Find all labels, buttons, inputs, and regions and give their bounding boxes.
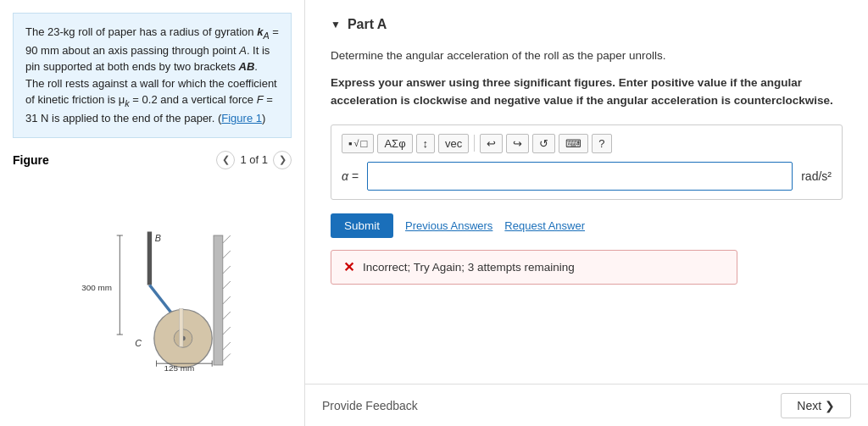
toolbar-keyboard-button[interactable]: ⌨ — [559, 134, 588, 153]
svg-line-7 — [222, 327, 230, 335]
toolbar: ▪√□ AΣφ ↕ vec ↩ ↪ ↺ ⌨ ? — [342, 134, 832, 153]
bottom-bar: Provide Feedback Next ❯ — [305, 384, 868, 426]
error-text: Incorrect; Try Again; 3 attempts remaini… — [363, 261, 575, 274]
toolbar-updown-button[interactable]: ↕ — [416, 134, 436, 153]
unit-label: rad/s² — [801, 169, 832, 183]
toolbar-help-button[interactable]: ? — [592, 134, 611, 153]
next-label: Next ❯ — [797, 399, 835, 412]
figure-count: 1 of 1 — [240, 153, 268, 166]
figure-section: Figure ❮ 1 of 1 ❯ — [0, 151, 304, 426]
svg-line-6 — [222, 312, 230, 319]
svg-text:B: B — [154, 234, 160, 244]
previous-answers-button[interactable]: Previous Answers — [405, 219, 492, 232]
toolbar-redo-button[interactable]: ↪ — [506, 134, 529, 153]
input-row: α = rad/s² — [342, 162, 832, 191]
toolbar-refresh-button[interactable]: ↺ — [532, 134, 555, 153]
next-figure-button[interactable]: ❯ — [273, 151, 292, 169]
svg-text:125 mm: 125 mm — [164, 364, 194, 373]
svg-line-3 — [222, 266, 230, 274]
svg-text:300 mm: 300 mm — [81, 283, 112, 292]
toolbar-vec-button[interactable]: vec — [438, 134, 469, 153]
svg-line-1 — [222, 235, 230, 243]
request-answer-button[interactable]: Request Answer — [504, 219, 585, 232]
part-header: ▼ Part A — [331, 17, 843, 32]
toolbar-matrix-button[interactable]: ▪√□ — [342, 134, 374, 153]
left-panel: The 23-kg roll of paper has a radius of … — [0, 0, 305, 426]
answer-box: ▪√□ AΣφ ↕ vec ↩ ↪ ↺ ⌨ ? α = rad/s² — [331, 124, 843, 200]
part-arrow-icon: ▼ — [331, 19, 341, 30]
next-button[interactable]: Next ❯ — [781, 393, 851, 418]
submit-button[interactable]: Submit — [331, 213, 393, 238]
svg-line-9 — [222, 354, 230, 362]
problem-text: The 23-kg roll of paper has a radius of … — [13, 13, 292, 138]
svg-line-5 — [222, 296, 230, 304]
answer-input[interactable] — [367, 162, 793, 191]
part-instruction: Express your answer using three signific… — [331, 75, 843, 109]
figure-title: Figure — [13, 153, 49, 167]
toolbar-undo-button[interactable]: ↩ — [480, 134, 503, 153]
svg-rect-25 — [179, 309, 183, 347]
svg-line-2 — [222, 251, 230, 258]
error-box: ✕ Incorrect; Try Again; 3 attempts remai… — [331, 250, 737, 285]
figure-diagram: B C 300 mm 125 mm — [55, 220, 250, 373]
svg-line-4 — [222, 281, 230, 289]
error-icon: ✕ — [343, 259, 354, 275]
provide-feedback-button[interactable]: Provide Feedback — [322, 399, 418, 412]
figure-header: Figure ❮ 1 of 1 ❯ — [13, 151, 292, 169]
part-description: Determine the angular acceleration of th… — [331, 47, 843, 64]
svg-line-8 — [222, 342, 230, 350]
action-row: Submit Previous Answers Request Answer — [331, 213, 843, 238]
toolbar-separator — [474, 135, 475, 152]
input-label: α = — [342, 169, 359, 183]
toolbar-symbols-button[interactable]: AΣφ — [377, 134, 412, 153]
right-panel: ▼ Part A Determine the angular accelerat… — [305, 0, 868, 426]
prev-figure-button[interactable]: ❮ — [216, 151, 235, 169]
svg-text:C: C — [135, 338, 142, 348]
figure-nav: ❮ 1 of 1 ❯ — [216, 151, 292, 169]
svg-rect-0 — [214, 235, 223, 365]
part-title: Part A — [348, 17, 387, 32]
figure-image: B C 300 mm 125 mm — [13, 176, 292, 418]
svg-rect-10 — [147, 232, 151, 285]
